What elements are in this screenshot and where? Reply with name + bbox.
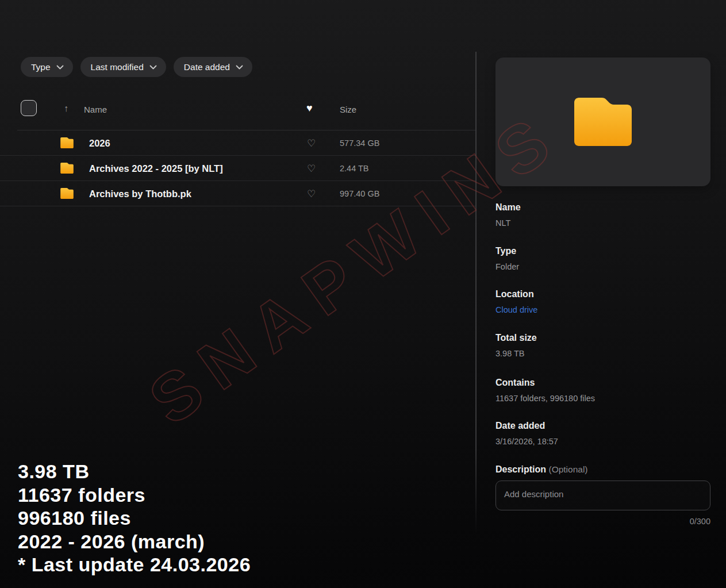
detail-type-label: Type xyxy=(495,245,710,258)
overlay-line: 996180 files xyxy=(18,506,251,530)
chevron-down-icon xyxy=(236,65,243,70)
detail-contains-value: 11637 folders, 996180 files xyxy=(495,393,710,404)
overlay-line: 11637 folders xyxy=(18,483,251,507)
detail-description-label: Description (Optional) xyxy=(495,463,710,476)
chevron-down-icon xyxy=(149,65,157,70)
detail-date-added-label: Date added xyxy=(495,420,710,432)
overlay-line: 3.98 TB xyxy=(18,460,251,483)
select-all-checkbox[interactable] xyxy=(21,100,37,116)
sort-ascending-icon[interactable]: ↑ xyxy=(64,103,68,114)
detail-date-added-value: 3/16/2026, 18:57 xyxy=(495,436,710,447)
overlay-stats: 3.98 TB 11637 folders 996180 files 2022 … xyxy=(18,460,251,577)
detail-location-label: Location xyxy=(495,288,710,301)
file-size: 577.34 GB xyxy=(340,139,379,148)
panel-divider xyxy=(475,52,477,533)
character-counter: 0/300 xyxy=(495,517,710,526)
detail-description: Description (Optional) 0/300 xyxy=(495,463,710,526)
column-header-name[interactable]: Name xyxy=(84,105,107,114)
file-name: Archives 2022 - 2025 [by NLT] xyxy=(89,163,223,174)
filter-type-button[interactable]: Type xyxy=(21,57,73,77)
folder-icon xyxy=(60,137,74,148)
filter-type-label: Type xyxy=(31,62,51,72)
table-row[interactable]: Archives by Thotbb.pk ♡ 997.40 GB xyxy=(0,181,475,206)
detail-type-value: Folder xyxy=(495,261,710,272)
favorite-heart-icon[interactable]: ♡ xyxy=(307,137,316,149)
location-cloud-drive-link[interactable]: Cloud drive xyxy=(495,304,537,316)
filter-last-modified-button[interactable]: Last modified xyxy=(80,57,166,77)
table-row[interactable]: 2026 ♡ 577.34 GB xyxy=(0,130,475,156)
overlay-line: 2022 - 2026 (march) xyxy=(18,530,251,554)
folder-icon xyxy=(60,163,74,174)
filter-last-modified-label: Last modified xyxy=(91,62,144,72)
detail-name: Name NLT xyxy=(495,201,710,229)
detail-type: Type Folder xyxy=(495,245,710,272)
detail-total-size-label: Total size xyxy=(495,332,710,344)
chevron-down-icon xyxy=(56,65,64,70)
file-size: 2.44 TB xyxy=(340,164,369,173)
description-input[interactable] xyxy=(495,481,710,510)
file-size: 997.40 GB xyxy=(340,189,379,198)
detail-contains-label: Contains xyxy=(495,376,710,389)
file-name: 2026 xyxy=(89,137,110,148)
detail-contains: Contains 11637 folders, 996180 files xyxy=(495,376,710,404)
folder-preview-card xyxy=(495,57,710,186)
detail-name-value: NLT xyxy=(495,217,710,229)
favorite-heart-icon[interactable]: ♡ xyxy=(307,187,316,199)
detail-total-size: Total size 3.98 TB xyxy=(495,332,710,359)
folder-icon xyxy=(574,98,632,146)
table-row[interactable]: Archives 2022 - 2025 [by NLT] ♡ 2.44 TB xyxy=(0,156,475,181)
detail-location: Location Cloud drive xyxy=(495,288,710,316)
favorite-heart-icon[interactable]: ♡ xyxy=(307,162,316,174)
detail-total-size-value: 3.98 TB xyxy=(495,348,710,359)
overlay-line: * Last update 24.03.2026 xyxy=(18,553,251,577)
detail-date-added: Date added 3/16/2026, 18:57 xyxy=(495,420,710,447)
detail-name-label: Name xyxy=(495,201,710,214)
column-header-size[interactable]: Size xyxy=(340,105,356,114)
folder-icon xyxy=(60,188,74,199)
filter-date-added-button[interactable]: Date added xyxy=(174,57,252,77)
description-optional-hint: (Optional) xyxy=(548,464,587,474)
favorites-column-heart-icon[interactable]: ♥ xyxy=(306,102,313,114)
file-list: 2026 ♡ 577.34 GB Archives 2022 - 2025 [b… xyxy=(0,130,475,206)
filter-date-added-label: Date added xyxy=(184,62,230,72)
filter-bar: Type Last modified Date added xyxy=(21,57,252,77)
file-name: Archives by Thotbb.pk xyxy=(89,188,191,199)
